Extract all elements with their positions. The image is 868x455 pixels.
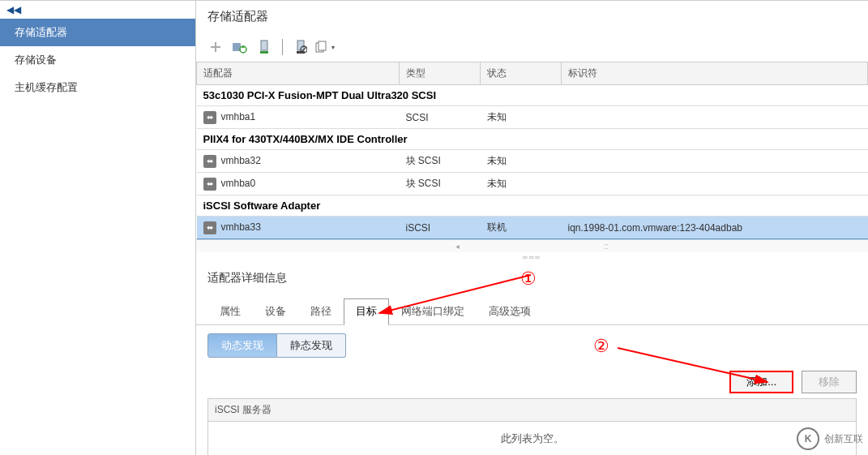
sidebar: ◀◀ 存储适配器 存储设备 主机缓存配置 [0,1,196,455]
adapter-icon: ⬌ [203,178,216,191]
scroll-indicator[interactable]: ◂ :: [196,239,868,252]
table-row[interactable]: ⬌vmhba1 SCSI 未知 [197,106,868,129]
main-content: 存储适配器 [196,1,868,455]
copy-icon [315,41,331,54]
toolbar-divider [282,39,283,55]
table-row[interactable]: ⬌vmhba32 块 SCSI 未知 [197,150,868,173]
dynamic-discovery-button[interactable]: 动态发现 [207,333,277,358]
tab-paths[interactable]: 路径 [298,298,344,324]
collapse-sidebar-button[interactable]: ◀◀ [0,1,195,19]
svg-rect-9 [319,41,326,50]
rescan-adapter-button[interactable] [253,37,276,57]
tab-advanced-options[interactable]: 高级选项 [477,298,543,324]
add-adapter-button[interactable] [204,37,227,57]
host-icon [258,40,271,54]
page-title: 存储适配器 [196,1,868,32]
tab-network-port-binding[interactable]: 网络端口绑定 [389,298,477,324]
watermark-icon: K [797,427,819,450]
sidebar-item-storage-adapters[interactable]: 存储适配器 [0,19,195,46]
group-header: PIIX4 for 430TX/440BX/MX IDE Controller [197,129,868,150]
add-button[interactable]: 添加... [729,371,793,393]
static-discovery-button[interactable]: 静态发现 [277,333,346,358]
empty-list-message: 此列表为空。 [208,422,856,455]
table-row[interactable]: ⬌vmhba33 iSCSI 联机 iqn.1998-01.com.vmware… [197,217,868,239]
adapter-icon: ⬌ [203,221,216,234]
iscsi-servers-header[interactable]: iSCSI 服务器 [208,399,856,422]
col-type[interactable]: 类型 [400,62,481,85]
refresh-adapter-button[interactable] [229,37,251,57]
discovery-toggle: 动态发现 静态发现 [196,325,868,366]
storage-refresh-icon [232,41,248,54]
tab-devices[interactable]: 设备 [253,298,298,324]
adapter-icon: ⬌ [203,111,216,124]
copy-button[interactable]: ▾ [314,37,336,57]
remove-button[interactable]: 移除 [802,371,857,393]
host-disabled-icon [294,40,307,54]
details-title: 适配器详细信息 [196,263,868,294]
tab-properties[interactable]: 属性 [207,298,253,324]
adapter-icon: ⬌ [203,155,216,168]
tab-targets[interactable]: 目标 [344,298,389,325]
col-identifier[interactable]: 标识符 [562,62,868,85]
watermark: K 创新互联 [797,427,863,450]
svg-rect-3 [260,51,268,54]
plus-icon [209,41,222,54]
svg-rect-2 [261,41,267,50]
group-header: 53c1030 PCI-X Fusion-MPT Dual Ultra320 S… [197,85,868,106]
sidebar-item-storage-devices[interactable]: 存储设备 [0,46,195,74]
splitter-handle[interactable]: ═══ [196,252,868,263]
table-row[interactable]: ⬌vmhba0 块 SCSI 未知 [197,173,868,195]
action-bar: 添加... 移除 [196,366,868,398]
adapter-settings-button[interactable] [289,37,312,57]
adapters-table: 适配器 类型 状态 标识符 53c1030 PCI-X Fusion-MPT D… [196,62,868,239]
col-adapter[interactable]: 适配器 [197,62,400,85]
tabs-bar: 属性 设备 路径 目标 网络端口绑定 高级选项 [196,294,868,325]
sidebar-item-host-cache-config[interactable]: 主机缓存配置 [0,74,195,101]
toolbar: ▾ [196,32,868,62]
group-header: iSCSI Software Adapter [197,195,868,217]
col-status[interactable]: 状态 [481,62,562,85]
iscsi-servers-table: iSCSI 服务器 此列表为空。 [207,398,857,455]
